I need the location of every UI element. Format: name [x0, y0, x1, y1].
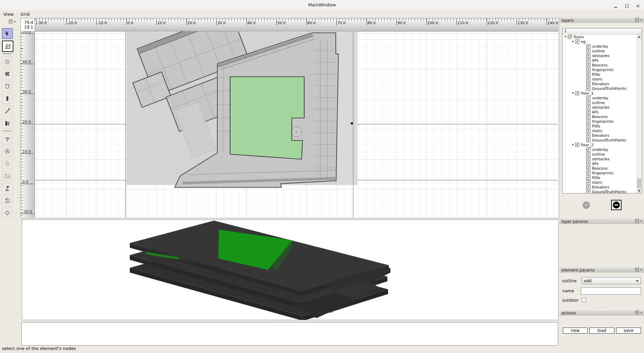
visibility-checkbox[interactable]: ✔	[586, 105, 590, 109]
new-button[interactable]: new	[563, 328, 588, 334]
tree-row-groundtruthpoints[interactable]: ✔GroundTruthPoints	[562, 189, 642, 193]
visibility-checkbox[interactable]: ✔	[575, 91, 579, 95]
tree-row-aps[interactable]: ✔APs	[562, 58, 642, 63]
scroll-up-icon[interactable]: ▲	[637, 35, 641, 39]
name-input[interactable]	[581, 287, 641, 295]
tree-row-elevators[interactable]: ✔Elevators	[562, 81, 642, 86]
visibility-checkbox[interactable]: ✔	[586, 148, 590, 152]
maximize-button[interactable]	[624, 3, 630, 8]
tree-row-outline[interactable]: ✔outline	[562, 100, 642, 105]
float-icon[interactable]	[635, 18, 639, 22]
tree-row-aps[interactable]: ✔APs	[562, 161, 642, 166]
visibility-checkbox[interactable]: ✔	[586, 157, 590, 161]
underlay-tool-button[interactable]	[2, 56, 13, 67]
add-layer-button[interactable]: +	[583, 201, 590, 209]
expand-arrow-icon[interactable]	[572, 93, 574, 94]
tree-row-underlay[interactable]: ✔underlay	[562, 96, 642, 100]
select-tool-button[interactable]	[2, 28, 13, 39]
flag-tool-button[interactable]	[2, 183, 13, 194]
outdoor-checkbox[interactable]	[582, 298, 586, 302]
timeline-box[interactable]	[21, 322, 558, 346]
outline-polygon[interactable]	[230, 77, 304, 159]
visibility-checkbox[interactable]: ✔	[586, 166, 590, 170]
tree-row-stairs[interactable]: ✔stairs	[562, 180, 642, 185]
tree-row-outline[interactable]: ✔outline	[562, 49, 642, 53]
scroll-thumb[interactable]	[637, 179, 641, 188]
tree-row-obstacles[interactable]: ✔obstacles	[562, 105, 642, 110]
dock-close-icon[interactable]: ✕	[13, 20, 16, 23]
visibility-checkbox[interactable]: ✔	[586, 96, 590, 100]
visibility-checkbox[interactable]: ✔	[568, 35, 572, 39]
close-icon[interactable]: ✕	[640, 268, 643, 272]
visibility-checkbox[interactable]: ✔	[586, 176, 590, 180]
visibility-checkbox[interactable]: ✔	[586, 124, 590, 128]
obstacle-tool-button[interactable]	[2, 68, 13, 79]
close-icon[interactable]: ✕	[640, 18, 643, 22]
visibility-checkbox[interactable]: ✔	[586, 180, 590, 184]
tree-row-pois[interactable]: ✔POIs	[562, 175, 642, 180]
splitter-handle[interactable]: ······	[597, 216, 609, 218]
tree-row-stairs[interactable]: ✔stairs	[562, 128, 642, 133]
menu-item-view[interactable]: View	[0, 10, 17, 18]
access-point-tool-button[interactable]	[2, 133, 13, 144]
visibility-checkbox[interactable]: ✔	[586, 63, 590, 67]
visibility-checkbox[interactable]: ✔	[586, 162, 590, 166]
float-icon[interactable]	[635, 268, 639, 272]
visibility-checkbox[interactable]: ✔	[586, 72, 590, 76]
tree-row-obstacles[interactable]: ✔obstacles	[562, 53, 642, 58]
elevator-tool-button[interactable]	[2, 118, 13, 129]
beacon-tool-button[interactable]	[2, 146, 13, 157]
dock-float-icon[interactable]	[9, 20, 12, 23]
tree-row-beacons[interactable]: ✔Beacons	[562, 114, 642, 119]
stairs-tool-button[interactable]	[2, 106, 13, 116]
splitter-handle[interactable]: ······	[597, 306, 609, 308]
tree-row-fingerprints[interactable]: ✔fingerprints	[562, 171, 642, 175]
tree-row-stairs[interactable]: ✔stairs	[562, 77, 642, 81]
menu-item-grid[interactable]: Grid	[17, 10, 33, 18]
visibility-checkbox[interactable]: ✔	[586, 133, 590, 137]
tree-row-elevators[interactable]: ✔Elevators	[562, 185, 642, 189]
tree-row-elevators[interactable]: ✔Elevators	[562, 133, 642, 138]
expand-arrow-icon[interactable]	[572, 41, 574, 42]
tree-row-groundtruthpoints[interactable]: ✔GroundTruthPoints	[562, 138, 642, 142]
visibility-checkbox[interactable]: ✔	[586, 110, 590, 114]
visibility-checkbox[interactable]: ✔	[586, 54, 590, 58]
visibility-checkbox[interactable]: ✔	[586, 86, 590, 91]
visibility-checkbox[interactable]: ✔	[586, 152, 590, 156]
tree-row-fingerprints[interactable]: ✔fingerprints	[562, 67, 642, 72]
load-button[interactable]: load	[589, 328, 614, 334]
visibility-checkbox[interactable]: ✔	[586, 115, 590, 119]
tree-row-underlay[interactable]: ✔underlay	[562, 44, 642, 49]
visibility-checkbox[interactable]: ✔	[586, 58, 590, 62]
layers-tree[interactable]: 1 ✔floors✔eg✔underlay✔outline✔obstacles✔…	[562, 28, 642, 193]
save-button[interactable]: save	[616, 328, 641, 334]
float-icon[interactable]	[635, 220, 639, 223]
visibility-checkbox[interactable]: ✔	[586, 138, 590, 142]
measure-tool-button[interactable]	[2, 195, 13, 206]
pillar-tool-button[interactable]	[2, 81, 13, 92]
tree-row-underlay[interactable]: ✔underlay	[562, 147, 642, 152]
door-tool-button[interactable]	[2, 93, 13, 104]
minimize-button[interactable]	[612, 3, 619, 8]
tree-row-obstacles[interactable]: ✔obstacles	[562, 157, 642, 161]
expand-arrow-icon[interactable]	[572, 144, 574, 145]
visibility-checkbox[interactable]: ✔	[586, 185, 590, 189]
visibility-checkbox[interactable]: ✔	[586, 82, 590, 86]
map-canvas[interactable]	[35, 32, 558, 218]
visibility-checkbox[interactable]: ✔	[586, 44, 590, 48]
tree-row-fingerprints[interactable]: ✔fingerprints	[562, 119, 642, 124]
visibility-checkbox[interactable]: ✔	[586, 119, 590, 123]
tree-row-beacons[interactable]: ✔Beacons	[562, 63, 642, 67]
visibility-checkbox[interactable]: ✔	[586, 129, 590, 133]
tree-row-eg[interactable]: ✔eg	[562, 39, 642, 44]
visibility-checkbox[interactable]: ✔	[586, 171, 590, 175]
visibility-checkbox[interactable]: ✔	[575, 40, 579, 44]
tree-row-outline[interactable]: ✔outline	[562, 152, 642, 157]
remove-layer-button[interactable]	[611, 200, 622, 210]
tree-row-floor_1[interactable]: ✔floor_1	[562, 91, 642, 96]
draw-outline-tool-button[interactable]	[2, 41, 13, 52]
close-button[interactable]: ✕	[635, 3, 641, 8]
float-icon[interactable]	[635, 311, 639, 314]
visibility-checkbox[interactable]: ✔	[575, 143, 579, 147]
expand-arrow-icon[interactable]	[565, 36, 567, 38]
